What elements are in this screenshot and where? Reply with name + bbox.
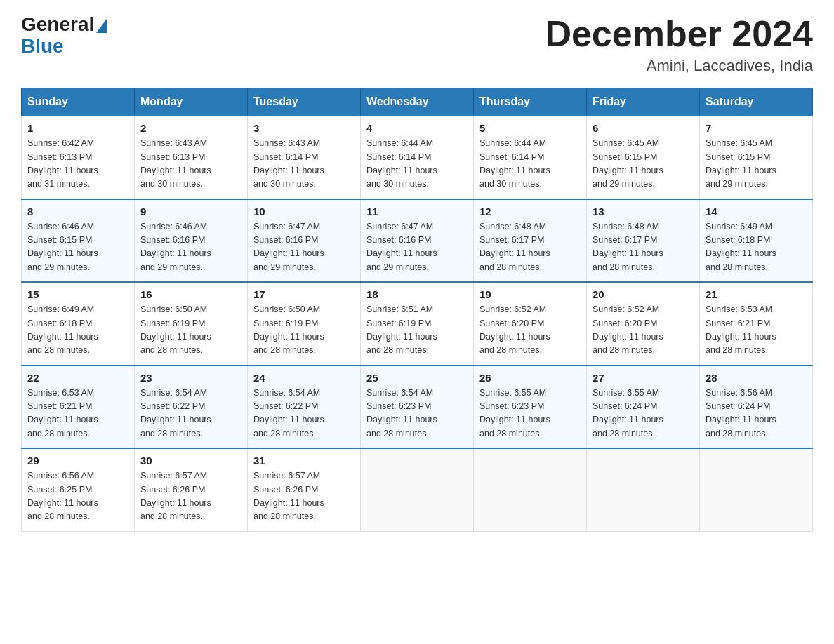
day-info: Sunrise: 6:50 AMSunset: 6:19 PMDaylight:… — [140, 303, 241, 358]
day-info: Sunrise: 6:52 AMSunset: 6:20 PMDaylight:… — [593, 303, 694, 358]
col-saturday: Saturday — [700, 88, 813, 116]
table-row: 1Sunrise: 6:42 AMSunset: 6:13 PMDaylight… — [22, 116, 135, 199]
table-row: 15Sunrise: 6:49 AMSunset: 6:18 PMDayligh… — [22, 282, 135, 365]
day-info: Sunrise: 6:57 AMSunset: 6:26 PMDaylight:… — [253, 469, 355, 524]
table-row: 20Sunrise: 6:52 AMSunset: 6:20 PMDayligh… — [587, 282, 700, 365]
day-info: Sunrise: 6:54 AMSunset: 6:22 PMDaylight:… — [140, 387, 241, 441]
table-row: 13Sunrise: 6:48 AMSunset: 6:17 PMDayligh… — [587, 199, 700, 283]
day-info: Sunrise: 6:56 AMSunset: 6:24 PMDaylight:… — [706, 387, 807, 441]
day-number: 3 — [253, 122, 355, 134]
page-subtitle: Amini, Laccadives, India — [545, 57, 813, 75]
col-monday: Monday — [135, 88, 248, 116]
table-row: 14Sunrise: 6:49 AMSunset: 6:18 PMDayligh… — [700, 199, 813, 283]
day-info: Sunrise: 6:53 AMSunset: 6:21 PMDaylight:… — [27, 387, 128, 441]
table-row: 8Sunrise: 6:46 AMSunset: 6:15 PMDaylight… — [22, 199, 135, 283]
table-row — [587, 448, 700, 531]
table-row: 17Sunrise: 6:50 AMSunset: 6:19 PMDayligh… — [248, 282, 361, 365]
day-number: 31 — [253, 455, 355, 467]
day-number: 11 — [366, 206, 468, 217]
day-number: 30 — [140, 455, 241, 467]
col-thursday: Thursday — [474, 88, 587, 116]
day-info: Sunrise: 6:48 AMSunset: 6:17 PMDaylight:… — [479, 220, 581, 275]
day-number: 19 — [479, 288, 581, 300]
table-row: 26Sunrise: 6:55 AMSunset: 6:23 PMDayligh… — [474, 365, 587, 449]
day-info: Sunrise: 6:45 AMSunset: 6:15 PMDaylight:… — [593, 137, 694, 192]
day-info: Sunrise: 6:54 AMSunset: 6:22 PMDaylight:… — [253, 387, 355, 441]
calendar-week-row: 29Sunrise: 6:56 AMSunset: 6:25 PMDayligh… — [22, 448, 813, 531]
table-row: 31Sunrise: 6:57 AMSunset: 6:26 PMDayligh… — [248, 448, 361, 531]
table-row: 25Sunrise: 6:54 AMSunset: 6:23 PMDayligh… — [361, 365, 474, 449]
day-number: 21 — [706, 288, 807, 300]
logo-blue: Blue — [21, 36, 64, 58]
day-number: 24 — [253, 372, 355, 384]
table-row: 5Sunrise: 6:44 AMSunset: 6:14 PMDaylight… — [474, 116, 587, 199]
day-info: Sunrise: 6:46 AMSunset: 6:16 PMDaylight:… — [140, 220, 241, 275]
table-row: 30Sunrise: 6:57 AMSunset: 6:26 PMDayligh… — [135, 448, 248, 531]
day-number: 20 — [593, 288, 694, 300]
col-tuesday: Tuesday — [248, 88, 361, 116]
day-info: Sunrise: 6:57 AMSunset: 6:26 PMDaylight:… — [140, 469, 241, 524]
day-info: Sunrise: 6:46 AMSunset: 6:15 PMDaylight:… — [27, 220, 128, 275]
table-row: 10Sunrise: 6:47 AMSunset: 6:16 PMDayligh… — [248, 199, 361, 283]
day-info: Sunrise: 6:53 AMSunset: 6:21 PMDaylight:… — [706, 303, 807, 358]
table-row: 23Sunrise: 6:54 AMSunset: 6:22 PMDayligh… — [135, 365, 248, 449]
header: General Blue December 2024 Amini, Laccad… — [21, 14, 813, 75]
day-info: Sunrise: 6:54 AMSunset: 6:23 PMDaylight:… — [366, 387, 468, 441]
table-row: 7Sunrise: 6:45 AMSunset: 6:15 PMDaylight… — [700, 116, 813, 199]
day-info: Sunrise: 6:55 AMSunset: 6:24 PMDaylight:… — [593, 387, 694, 441]
table-row: 18Sunrise: 6:51 AMSunset: 6:19 PMDayligh… — [361, 282, 474, 365]
table-row: 28Sunrise: 6:56 AMSunset: 6:24 PMDayligh… — [700, 365, 813, 449]
day-info: Sunrise: 6:56 AMSunset: 6:25 PMDaylight:… — [27, 469, 128, 524]
day-info: Sunrise: 6:49 AMSunset: 6:18 PMDaylight:… — [27, 303, 128, 358]
day-number: 15 — [27, 288, 128, 300]
day-number: 7 — [706, 122, 807, 134]
table-row: 12Sunrise: 6:48 AMSunset: 6:17 PMDayligh… — [474, 199, 587, 283]
table-row: 27Sunrise: 6:55 AMSunset: 6:24 PMDayligh… — [587, 365, 700, 449]
table-row: 19Sunrise: 6:52 AMSunset: 6:20 PMDayligh… — [474, 282, 587, 365]
day-info: Sunrise: 6:48 AMSunset: 6:17 PMDaylight:… — [593, 220, 694, 275]
calendar-table: Sunday Monday Tuesday Wednesday Thursday… — [21, 88, 813, 532]
table-row: 4Sunrise: 6:44 AMSunset: 6:14 PMDaylight… — [361, 116, 474, 199]
table-row: 16Sunrise: 6:50 AMSunset: 6:19 PMDayligh… — [135, 282, 248, 365]
day-number: 2 — [140, 122, 241, 134]
day-number: 17 — [253, 288, 355, 300]
day-number: 8 — [27, 206, 128, 217]
page-title: December 2024 — [545, 14, 813, 54]
day-info: Sunrise: 6:47 AMSunset: 6:16 PMDaylight:… — [366, 220, 468, 275]
title-area: December 2024 Amini, Laccadives, India — [545, 14, 813, 75]
table-row: 29Sunrise: 6:56 AMSunset: 6:25 PMDayligh… — [22, 448, 135, 531]
day-number: 9 — [140, 206, 241, 217]
col-sunday: Sunday — [22, 88, 135, 116]
day-number: 18 — [366, 288, 468, 300]
day-number: 6 — [593, 122, 694, 134]
table-row: 24Sunrise: 6:54 AMSunset: 6:22 PMDayligh… — [248, 365, 361, 449]
day-number: 4 — [366, 122, 468, 134]
col-friday: Friday — [587, 88, 700, 116]
day-info: Sunrise: 6:47 AMSunset: 6:16 PMDaylight:… — [253, 220, 355, 275]
calendar-header-row: Sunday Monday Tuesday Wednesday Thursday… — [22, 88, 813, 116]
day-number: 28 — [706, 372, 807, 384]
day-info: Sunrise: 6:52 AMSunset: 6:20 PMDaylight:… — [479, 303, 581, 358]
logo-area: General Blue — [21, 14, 107, 58]
day-number: 12 — [479, 206, 581, 217]
day-info: Sunrise: 6:45 AMSunset: 6:15 PMDaylight:… — [706, 137, 807, 192]
table-row — [700, 448, 813, 531]
day-number: 27 — [593, 372, 694, 384]
day-number: 29 — [27, 455, 128, 467]
day-number: 1 — [27, 122, 128, 134]
day-info: Sunrise: 6:43 AMSunset: 6:14 PMDaylight:… — [253, 137, 355, 192]
logo-text: General — [21, 14, 107, 36]
day-number: 25 — [366, 372, 468, 384]
day-info: Sunrise: 6:51 AMSunset: 6:19 PMDaylight:… — [366, 303, 468, 358]
table-row: 6Sunrise: 6:45 AMSunset: 6:15 PMDaylight… — [587, 116, 700, 199]
calendar-week-row: 22Sunrise: 6:53 AMSunset: 6:21 PMDayligh… — [22, 365, 813, 449]
table-row: 2Sunrise: 6:43 AMSunset: 6:13 PMDaylight… — [135, 116, 248, 199]
day-number: 14 — [706, 206, 807, 217]
day-info: Sunrise: 6:50 AMSunset: 6:19 PMDaylight:… — [253, 303, 355, 358]
table-row: 9Sunrise: 6:46 AMSunset: 6:16 PMDaylight… — [135, 199, 248, 283]
day-number: 23 — [140, 372, 241, 384]
calendar-week-row: 15Sunrise: 6:49 AMSunset: 6:18 PMDayligh… — [22, 282, 813, 365]
col-wednesday: Wednesday — [361, 88, 474, 116]
day-info: Sunrise: 6:44 AMSunset: 6:14 PMDaylight:… — [366, 137, 468, 192]
day-info: Sunrise: 6:49 AMSunset: 6:18 PMDaylight:… — [706, 220, 807, 275]
